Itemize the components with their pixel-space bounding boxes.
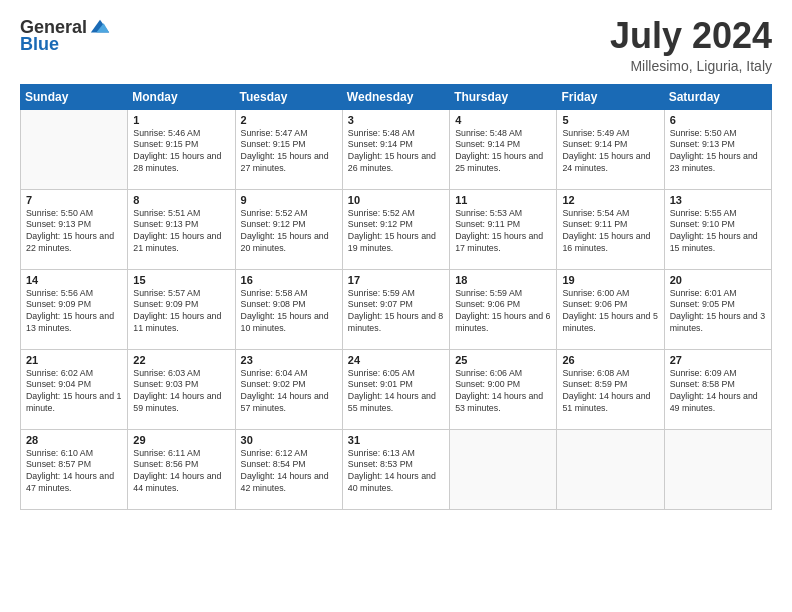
calendar-cell: 23Sunrise: 6:04 AMSunset: 9:02 PMDayligh…	[235, 349, 342, 429]
calendar-table: SundayMondayTuesdayWednesdayThursdayFrid…	[20, 84, 772, 510]
calendar-cell: 18Sunrise: 5:59 AMSunset: 9:06 PMDayligh…	[450, 269, 557, 349]
calendar-cell: 10Sunrise: 5:52 AMSunset: 9:12 PMDayligh…	[342, 189, 449, 269]
calendar-cell: 30Sunrise: 6:12 AMSunset: 8:54 PMDayligh…	[235, 429, 342, 509]
day-number: 2	[241, 114, 337, 126]
calendar-cell	[21, 109, 128, 189]
day-number: 18	[455, 274, 551, 286]
day-info: Sunrise: 5:50 AMSunset: 9:13 PMDaylight:…	[26, 208, 122, 256]
day-info: Sunrise: 5:59 AMSunset: 9:06 PMDaylight:…	[455, 288, 551, 336]
day-info: Sunrise: 6:05 AMSunset: 9:01 PMDaylight:…	[348, 368, 444, 416]
day-info: Sunrise: 5:48 AMSunset: 9:14 PMDaylight:…	[455, 128, 551, 176]
calendar-week-5: 28Sunrise: 6:10 AMSunset: 8:57 PMDayligh…	[21, 429, 772, 509]
day-number: 11	[455, 194, 551, 206]
column-header-tuesday: Tuesday	[235, 84, 342, 109]
calendar-cell: 27Sunrise: 6:09 AMSunset: 8:58 PMDayligh…	[664, 349, 771, 429]
day-number: 1	[133, 114, 229, 126]
calendar-cell: 31Sunrise: 6:13 AMSunset: 8:53 PMDayligh…	[342, 429, 449, 509]
day-number: 6	[670, 114, 766, 126]
day-number: 15	[133, 274, 229, 286]
day-info: Sunrise: 5:47 AMSunset: 9:15 PMDaylight:…	[241, 128, 337, 176]
main-title: July 2024	[610, 16, 772, 56]
calendar-cell: 6Sunrise: 5:50 AMSunset: 9:13 PMDaylight…	[664, 109, 771, 189]
calendar-cell: 22Sunrise: 6:03 AMSunset: 9:03 PMDayligh…	[128, 349, 235, 429]
day-number: 8	[133, 194, 229, 206]
calendar-cell: 16Sunrise: 5:58 AMSunset: 9:08 PMDayligh…	[235, 269, 342, 349]
calendar-cell: 29Sunrise: 6:11 AMSunset: 8:56 PMDayligh…	[128, 429, 235, 509]
calendar-week-2: 7Sunrise: 5:50 AMSunset: 9:13 PMDaylight…	[21, 189, 772, 269]
logo-blue: Blue	[20, 34, 59, 54]
day-number: 23	[241, 354, 337, 366]
column-header-saturday: Saturday	[664, 84, 771, 109]
calendar-header-row: SundayMondayTuesdayWednesdayThursdayFrid…	[21, 84, 772, 109]
day-number: 10	[348, 194, 444, 206]
day-number: 27	[670, 354, 766, 366]
day-info: Sunrise: 6:08 AMSunset: 8:59 PMDaylight:…	[562, 368, 658, 416]
calendar-cell: 28Sunrise: 6:10 AMSunset: 8:57 PMDayligh…	[21, 429, 128, 509]
day-info: Sunrise: 5:53 AMSunset: 9:11 PMDaylight:…	[455, 208, 551, 256]
day-number: 5	[562, 114, 658, 126]
logo-icon	[89, 16, 111, 38]
day-info: Sunrise: 6:11 AMSunset: 8:56 PMDaylight:…	[133, 448, 229, 496]
column-header-monday: Monday	[128, 84, 235, 109]
calendar-cell: 8Sunrise: 5:51 AMSunset: 9:13 PMDaylight…	[128, 189, 235, 269]
day-number: 7	[26, 194, 122, 206]
calendar-cell: 24Sunrise: 6:05 AMSunset: 9:01 PMDayligh…	[342, 349, 449, 429]
column-header-sunday: Sunday	[21, 84, 128, 109]
day-info: Sunrise: 6:10 AMSunset: 8:57 PMDaylight:…	[26, 448, 122, 496]
day-number: 9	[241, 194, 337, 206]
calendar-cell: 5Sunrise: 5:49 AMSunset: 9:14 PMDaylight…	[557, 109, 664, 189]
day-info: Sunrise: 5:56 AMSunset: 9:09 PMDaylight:…	[26, 288, 122, 336]
header: General Blue July 2024 Millesimo, Liguri…	[20, 16, 772, 74]
calendar-cell: 19Sunrise: 6:00 AMSunset: 9:06 PMDayligh…	[557, 269, 664, 349]
day-info: Sunrise: 5:48 AMSunset: 9:14 PMDaylight:…	[348, 128, 444, 176]
calendar-cell	[664, 429, 771, 509]
subtitle: Millesimo, Liguria, Italy	[610, 58, 772, 74]
calendar-week-4: 21Sunrise: 6:02 AMSunset: 9:04 PMDayligh…	[21, 349, 772, 429]
calendar-cell: 4Sunrise: 5:48 AMSunset: 9:14 PMDaylight…	[450, 109, 557, 189]
logo: General Blue	[20, 16, 111, 55]
day-info: Sunrise: 5:51 AMSunset: 9:13 PMDaylight:…	[133, 208, 229, 256]
calendar-cell: 12Sunrise: 5:54 AMSunset: 9:11 PMDayligh…	[557, 189, 664, 269]
column-header-wednesday: Wednesday	[342, 84, 449, 109]
column-header-thursday: Thursday	[450, 84, 557, 109]
day-info: Sunrise: 5:58 AMSunset: 9:08 PMDaylight:…	[241, 288, 337, 336]
calendar-cell: 11Sunrise: 5:53 AMSunset: 9:11 PMDayligh…	[450, 189, 557, 269]
calendar-week-3: 14Sunrise: 5:56 AMSunset: 9:09 PMDayligh…	[21, 269, 772, 349]
day-info: Sunrise: 6:09 AMSunset: 8:58 PMDaylight:…	[670, 368, 766, 416]
day-number: 17	[348, 274, 444, 286]
day-number: 31	[348, 434, 444, 446]
day-info: Sunrise: 6:12 AMSunset: 8:54 PMDaylight:…	[241, 448, 337, 496]
day-number: 21	[26, 354, 122, 366]
day-info: Sunrise: 6:01 AMSunset: 9:05 PMDaylight:…	[670, 288, 766, 336]
day-info: Sunrise: 6:03 AMSunset: 9:03 PMDaylight:…	[133, 368, 229, 416]
day-info: Sunrise: 6:00 AMSunset: 9:06 PMDaylight:…	[562, 288, 658, 336]
day-number: 26	[562, 354, 658, 366]
calendar-cell: 26Sunrise: 6:08 AMSunset: 8:59 PMDayligh…	[557, 349, 664, 429]
calendar-cell: 20Sunrise: 6:01 AMSunset: 9:05 PMDayligh…	[664, 269, 771, 349]
calendar-cell: 15Sunrise: 5:57 AMSunset: 9:09 PMDayligh…	[128, 269, 235, 349]
day-number: 4	[455, 114, 551, 126]
day-info: Sunrise: 5:59 AMSunset: 9:07 PMDaylight:…	[348, 288, 444, 336]
calendar-cell: 7Sunrise: 5:50 AMSunset: 9:13 PMDaylight…	[21, 189, 128, 269]
calendar-cell: 9Sunrise: 5:52 AMSunset: 9:12 PMDaylight…	[235, 189, 342, 269]
day-number: 29	[133, 434, 229, 446]
day-number: 14	[26, 274, 122, 286]
day-number: 20	[670, 274, 766, 286]
calendar-cell: 2Sunrise: 5:47 AMSunset: 9:15 PMDaylight…	[235, 109, 342, 189]
day-number: 12	[562, 194, 658, 206]
day-info: Sunrise: 5:57 AMSunset: 9:09 PMDaylight:…	[133, 288, 229, 336]
calendar-cell	[557, 429, 664, 509]
calendar-cell: 3Sunrise: 5:48 AMSunset: 9:14 PMDaylight…	[342, 109, 449, 189]
day-number: 19	[562, 274, 658, 286]
calendar-cell: 13Sunrise: 5:55 AMSunset: 9:10 PMDayligh…	[664, 189, 771, 269]
calendar-cell: 17Sunrise: 5:59 AMSunset: 9:07 PMDayligh…	[342, 269, 449, 349]
day-info: Sunrise: 5:52 AMSunset: 9:12 PMDaylight:…	[348, 208, 444, 256]
day-info: Sunrise: 6:13 AMSunset: 8:53 PMDaylight:…	[348, 448, 444, 496]
day-info: Sunrise: 5:49 AMSunset: 9:14 PMDaylight:…	[562, 128, 658, 176]
day-number: 13	[670, 194, 766, 206]
day-number: 24	[348, 354, 444, 366]
calendar-cell	[450, 429, 557, 509]
calendar-cell: 25Sunrise: 6:06 AMSunset: 9:00 PMDayligh…	[450, 349, 557, 429]
day-info: Sunrise: 5:52 AMSunset: 9:12 PMDaylight:…	[241, 208, 337, 256]
day-info: Sunrise: 6:06 AMSunset: 9:00 PMDaylight:…	[455, 368, 551, 416]
